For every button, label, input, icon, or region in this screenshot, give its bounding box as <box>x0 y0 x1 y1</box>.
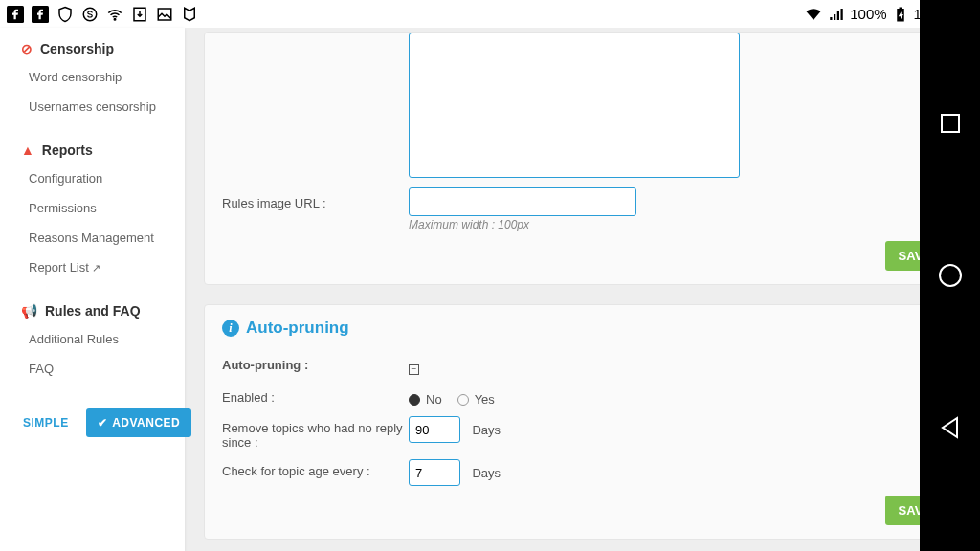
textarea-label <box>222 33 409 41</box>
svg-rect-8 <box>837 11 839 20</box>
rules-panel: Rules image URL : Maximum width : 100px … <box>204 32 963 285</box>
simple-mode-button[interactable]: SIMPLE <box>13 408 78 437</box>
sidebar-item-reasons-management[interactable]: Reasons Management <box>0 223 185 253</box>
shield-icon <box>56 5 75 24</box>
advanced-label: ADVANCED <box>112 416 180 430</box>
sidebar-item-additional-rules[interactable]: Additional Rules <box>0 324 185 354</box>
back-button[interactable] <box>936 413 965 442</box>
sidebar-header-label: Censorship <box>40 41 114 56</box>
sidebar-header-label: Reports <box>42 143 93 158</box>
download-icon <box>130 5 149 24</box>
signal-icon <box>827 5 846 24</box>
facebook-icon <box>6 5 25 24</box>
sidebar-item-permissions[interactable]: Permissions <box>0 193 185 223</box>
svg-point-13 <box>940 265 961 286</box>
skype-icon <box>80 5 100 24</box>
enabled-label: Enabled : <box>222 382 409 405</box>
sidebar-header-label: Rules and FAQ <box>45 303 141 319</box>
rules-image-url-label: Rules image URL : <box>222 187 409 210</box>
svg-point-3 <box>114 18 116 20</box>
warning-icon: ▲ <box>21 143 34 158</box>
check-age-label: Check for topic age every : <box>222 455 409 478</box>
ban-icon: ⊘ <box>21 41 33 56</box>
info-icon: i <box>222 320 239 337</box>
svg-rect-12 <box>942 115 959 132</box>
radio-no-label: No <box>426 392 442 407</box>
radio-yes-label: Yes <box>475 392 495 407</box>
svg-rect-9 <box>841 9 843 20</box>
sidebar-item-configuration[interactable]: Configuration <box>0 164 185 193</box>
external-link-icon: ↗ <box>92 262 100 274</box>
svg-rect-6 <box>830 17 832 20</box>
content-area: Rules image URL : Maximum width : 100px … <box>185 28 980 551</box>
advanced-mode-button[interactable]: ✔ ADVANCED <box>86 408 192 437</box>
android-status-bar: 100% 11:31 AM <box>0 0 980 28</box>
radio-no[interactable] <box>409 394 420 406</box>
days-label: Days <box>472 423 501 437</box>
wifi-icon <box>804 5 823 24</box>
mcafee-icon <box>180 5 199 24</box>
sidebar: ⊘ Censorship Word censorship Usernames c… <box>0 28 185 551</box>
check-days-input[interactable] <box>409 459 460 486</box>
collapse-toggle[interactable]: − <box>409 364 419 375</box>
auto-pruning-panel: i Auto-pruning Auto-pruning : − Enabled … <box>204 304 963 540</box>
sidebar-item-usernames-censorship[interactable]: Usernames censorship <box>0 92 185 121</box>
svg-rect-7 <box>834 14 835 20</box>
panel-title: i Auto-pruning <box>222 305 945 349</box>
rules-image-url-input[interactable] <box>409 187 636 216</box>
sidebar-item-report-list[interactable]: Report List↗ <box>0 253 185 282</box>
sidebar-header-rules[interactable]: 📢 Rules and FAQ <box>0 290 185 324</box>
facebook-icon <box>31 5 50 24</box>
panel-title-text: Auto-pruning <box>246 319 349 338</box>
sidebar-header-censorship[interactable]: ⊘ Censorship <box>0 35 185 62</box>
check-icon: ✔ <box>98 416 108 430</box>
remove-topics-label: Remove topics who had no reply since : <box>222 412 409 450</box>
battery-icon <box>891 5 910 24</box>
radio-yes[interactable] <box>457 394 469 406</box>
days-label: Days <box>472 466 501 480</box>
auto-pruning-label: Auto-pruning : <box>222 349 409 372</box>
remove-days-input[interactable] <box>409 416 460 443</box>
sidebar-item-word-censorship[interactable]: Word censorship <box>0 62 185 92</box>
rules-image-hint: Maximum width : 100px <box>409 218 945 231</box>
recent-apps-button[interactable] <box>936 109 965 138</box>
rules-textarea[interactable] <box>409 33 740 178</box>
image-icon <box>155 5 174 24</box>
battery-pct: 100% <box>850 6 886 22</box>
bullhorn-icon: 📢 <box>21 303 37 319</box>
home-button[interactable] <box>936 261 965 290</box>
sidebar-item-faq[interactable]: FAQ <box>0 354 185 384</box>
sidebar-header-reports[interactable]: ▲ Reports <box>0 129 185 164</box>
svg-rect-11 <box>899 7 902 9</box>
wifi-call-icon <box>105 5 124 24</box>
android-nav-bar <box>920 0 980 551</box>
